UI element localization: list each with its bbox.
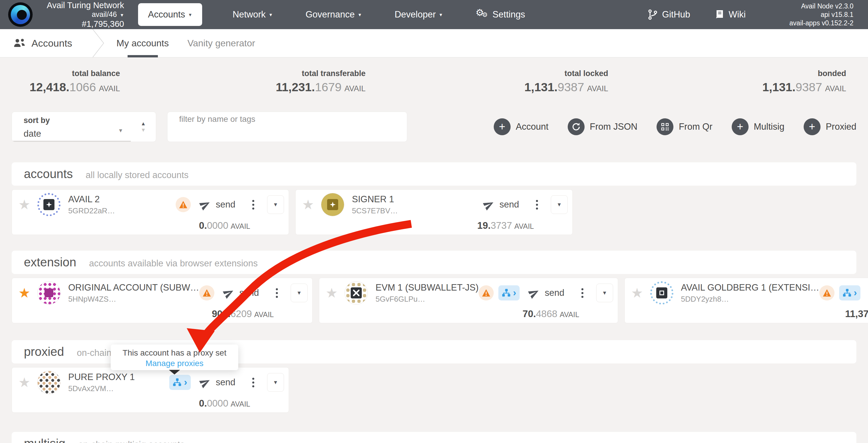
summary-stats: total balance 12,418.1066AVAIL total tra…: [0, 69, 868, 96]
send-icon: [223, 287, 235, 299]
account-name: AVAIL GOLDBERG 1 (EXTENSI…: [681, 283, 819, 293]
send-button[interactable]: send: [240, 288, 259, 298]
restore-json-button[interactable]: From JSON: [568, 118, 638, 135]
account-card-goldberg: ★ AVAIL GOLDBERG 1 (EXTENSI… 5DDY2yzh8… …: [624, 278, 868, 323]
proxy-badge[interactable]: ›: [498, 285, 520, 300]
add-via-qr-button[interactable]: From Qr: [656, 118, 712, 135]
send-button[interactable]: send: [216, 199, 235, 210]
stat-total-locked: total locked 1,131.9387AVAIL: [492, 69, 608, 94]
favorite-star-icon[interactable]: ★: [302, 197, 314, 212]
warning-badge[interactable]: [176, 197, 191, 212]
chevron-down-icon: ▼: [120, 12, 124, 18]
warning-badge[interactable]: [819, 285, 835, 300]
sort-direction-toggle[interactable]: ▲ ▼: [131, 112, 156, 142]
add-account-button[interactable]: + Account: [494, 118, 549, 135]
warning-triangle-icon: [482, 289, 491, 297]
more-menu-icon[interactable]: [534, 198, 540, 211]
more-menu-icon[interactable]: [274, 287, 280, 300]
account-identicon[interactable]: [37, 281, 61, 304]
favorite-star-icon[interactable]: ★: [18, 197, 30, 212]
avail-logo[interactable]: [8, 2, 33, 27]
sort-asc-icon: ▲: [141, 121, 146, 126]
expand-dropdown[interactable]: ▼: [267, 195, 284, 214]
send-button[interactable]: send: [499, 199, 519, 210]
chevron-down-icon: ▼: [439, 12, 443, 17]
expand-dropdown[interactable]: ▼: [291, 284, 308, 302]
proxy-tooltip: This account has a proxy set Manage prox…: [111, 345, 238, 370]
github-link[interactable]: GitHub: [648, 9, 690, 20]
stat-total-balance: total balance 12,418.1066AVAIL: [18, 69, 120, 94]
more-menu-icon[interactable]: [580, 287, 585, 300]
account-address[interactable]: 5DvAx2VM…: [68, 384, 135, 393]
add-multisig-button[interactable]: + Multisig: [732, 118, 784, 135]
account-balance: 11,379.6251AVAIL: [631, 308, 868, 319]
favorite-star-icon[interactable]: ★: [631, 285, 643, 301]
expand-dropdown[interactable]: ▼: [267, 373, 284, 392]
menu-developer[interactable]: Developer▼: [395, 9, 443, 20]
more-menu-icon[interactable]: [250, 376, 256, 389]
account-address[interactable]: 5GvF6GLPu…: [375, 295, 478, 304]
warning-badge[interactable]: [199, 285, 214, 300]
extension-cards: ★ ORIGINAL ACCOUNT (SUBW… 5HNpW4ZS… send…: [12, 278, 856, 323]
settings-label: Settings: [493, 9, 525, 20]
page: Avail Turing Network avail/46▼ #1,795,36…: [0, 0, 868, 443]
menu-settings[interactable]: ⚙⚙ Settings: [476, 8, 525, 21]
controls-row: sort by date ▼ ▲ ▼ + Account From JSON: [0, 112, 868, 142]
section-title: accounts: [24, 167, 73, 181]
menu-network[interactable]: Network▼: [232, 9, 273, 20]
send-icon: [199, 199, 211, 210]
filter-input[interactable]: [167, 112, 407, 142]
account-name: SIGNER 1: [352, 194, 398, 205]
menu-accounts-label: Accounts: [148, 9, 185, 20]
account-address[interactable]: 5HNpW4ZS…: [68, 295, 199, 304]
account-address[interactable]: 5CS7E7BV…: [352, 206, 398, 215]
wiki-link[interactable]: Wiki: [715, 9, 746, 20]
block-number: #1,795,360: [37, 19, 124, 29]
account-action-buttons: + Account From JSON From Qr + Multisig: [494, 112, 856, 142]
manage-proxies-link[interactable]: Manage proxies: [111, 359, 238, 368]
qr-icon: [656, 118, 674, 135]
git-branch-icon: [648, 9, 657, 20]
sync-icon: [568, 118, 585, 135]
account-address[interactable]: 5DDY2yzh8…: [681, 295, 819, 304]
send-button[interactable]: send: [545, 288, 564, 298]
book-icon: [715, 9, 724, 20]
account-balance: 19.3737AVAIL: [302, 220, 568, 231]
send-button[interactable]: send: [216, 377, 235, 388]
add-proxied-button[interactable]: + Proxied: [804, 118, 856, 135]
account-address[interactable]: 5GRD22aR…: [68, 206, 115, 215]
accounts-cards: ★ AVAIL 2 5GRD22aR… send ▼: [12, 189, 856, 235]
warning-badge[interactable]: [478, 285, 494, 300]
stat-total-transferable: total transferable 11,231.1679AVAIL: [250, 69, 366, 94]
account-identicon[interactable]: [650, 281, 674, 304]
section-subtitle: all locally stored accounts: [86, 170, 188, 180]
network-info[interactable]: Avail Turing Network avail/46▼ #1,795,36…: [37, 0, 124, 29]
account-identicon[interactable]: [37, 371, 61, 394]
menu-governance[interactable]: Governance▼: [306, 9, 362, 20]
account-card-original: ★ ORIGINAL ACCOUNT (SUBW… 5HNpW4ZS… send…: [12, 278, 313, 323]
tab-my-accounts[interactable]: My accounts: [117, 29, 169, 57]
tab-vanity-generator[interactable]: Vanity generator: [187, 29, 255, 57]
chevron-down-icon: ▼: [557, 202, 562, 208]
account-balance: 0.0000AVAIL: [18, 398, 284, 409]
account-identicon[interactable]: [345, 281, 368, 304]
account-identicon[interactable]: [321, 193, 344, 216]
chevron-right-icon: ›: [184, 377, 187, 387]
proxy-badge[interactable]: ›: [839, 285, 861, 300]
gears-icon: ⚙⚙: [476, 8, 490, 21]
proxied-cards: ★ PURE PROXY 1 5DvAx2VM… › send ▼: [12, 367, 856, 413]
account-identicon[interactable]: [37, 193, 61, 216]
account-card-evm1: ★ EVM 1 (SUBWALLET-JS) 5GvF6GLPu… ›: [319, 278, 618, 323]
favorite-star-icon[interactable]: ★: [18, 375, 30, 390]
network-name: Avail Turing Network: [37, 0, 124, 10]
expand-dropdown[interactable]: ▼: [551, 195, 568, 214]
tooltip-text: This account has a proxy set: [111, 348, 238, 358]
sort-dropdown[interactable]: sort by date ▼: [12, 112, 131, 142]
more-menu-icon[interactable]: [250, 198, 256, 211]
expand-dropdown[interactable]: ▼: [596, 284, 613, 302]
favorite-star-icon[interactable]: ★: [18, 285, 30, 301]
favorite-star-icon[interactable]: ★: [326, 285, 338, 301]
proxy-badge[interactable]: ›: [169, 375, 190, 390]
plus-icon: +: [804, 118, 820, 135]
menu-accounts-button[interactable]: Accounts ▼: [138, 3, 202, 26]
